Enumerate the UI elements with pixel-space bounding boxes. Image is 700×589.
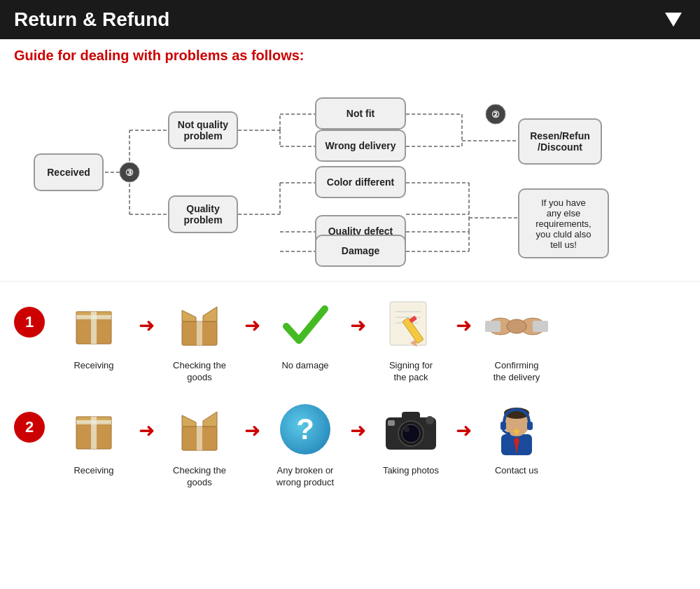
step-confirming: Confirming the delivery: [475, 293, 559, 384]
svg-rect-62: [197, 427, 202, 450]
step-receiving-1: Receiving: [52, 293, 136, 372]
arrow-icon: ➜: [136, 314, 158, 337]
svg-rect-38: [76, 315, 111, 319]
svg-marker-61: [203, 412, 217, 427]
arrow-icon: ➜: [453, 419, 475, 442]
box-closed-icon: [59, 293, 129, 356]
step-taking-photos: Taking photos: [369, 398, 453, 477]
svg-rect-75: [527, 422, 533, 430]
svg-point-69: [426, 416, 434, 424]
arrow-icon: ➜: [241, 314, 263, 337]
guide-title: Guide for dealing with problems as follo…: [14, 48, 686, 64]
guide-section: Guide for dealing with problems as follo…: [0, 39, 700, 274]
not-quality-box: Not quality problem: [168, 111, 238, 149]
damage-box: Damage: [315, 235, 406, 267]
step-receiving-2: Receiving: [52, 398, 136, 477]
svg-rect-58: [76, 420, 111, 424]
step-label: Any broken or wrong product: [276, 465, 334, 489]
process-row-1: 1 Receiving ➜: [14, 293, 686, 384]
down-arrow-icon: [661, 7, 686, 32]
svg-point-77: [506, 432, 510, 436]
process-steps-2: Receiving ➜ Checking the goods ➜: [52, 398, 686, 489]
arrow-icon: ➜: [453, 314, 475, 337]
svg-marker-40: [182, 310, 196, 321]
wrong-delivery-box: Wrong delivery: [315, 130, 406, 162]
header: Return & Refund: [0, 0, 700, 39]
process-steps-1: Receiving ➜ Checkin: [52, 293, 686, 384]
received-box: Received: [34, 153, 104, 191]
requirements-box: If you have any else requirements, you c…: [518, 188, 609, 258]
svg-rect-53: [533, 321, 548, 332]
pencil-sign-icon: [376, 293, 446, 356]
person-headset-icon: [482, 398, 552, 461]
step-label: Checking the goods: [173, 360, 226, 384]
svg-point-66: [404, 427, 410, 432]
handshake-icon: [482, 293, 552, 356]
box-closed-2-icon: [59, 398, 129, 461]
step-label: Confirming the delivery: [493, 360, 540, 384]
box-open-icon: [164, 293, 234, 356]
step-broken: ? Any broken or wrong product: [263, 398, 347, 489]
step-label: Taking photos: [383, 465, 439, 477]
page-title: Return & Refund: [14, 8, 169, 31]
step-contact: Contact us: [475, 398, 559, 477]
svg-rect-42: [197, 321, 202, 345]
checkmark-icon: [270, 293, 340, 356]
not-fit-box: Not fit: [315, 97, 406, 130]
svg-rect-68: [388, 420, 395, 426]
svg-text:②: ②: [491, 109, 500, 120]
arrow-icon: ➜: [347, 314, 369, 337]
camera-icon: [376, 398, 446, 461]
question-icon: ?: [270, 398, 340, 461]
resen-refund-box: Resen/Refun /Discount: [518, 118, 602, 165]
step-no-damage: No damage: [263, 293, 347, 372]
step-checking-2: Checking the goods: [158, 398, 241, 489]
svg-marker-60: [182, 415, 196, 427]
svg-marker-0: [665, 13, 682, 27]
process-section: 1 Receiving ➜: [0, 281, 700, 510]
step-label: Contact us: [495, 465, 538, 477]
question-mark: ?: [280, 404, 330, 455]
step-label: Checking the goods: [173, 465, 226, 489]
step-label: Receiving: [74, 360, 113, 372]
svg-marker-41: [203, 307, 217, 321]
color-different-box: Color different: [315, 166, 406, 198]
step-label: No damage: [281, 360, 328, 372]
step-checking-1: Checking the goods: [158, 293, 241, 384]
svg-point-65: [402, 424, 420, 443]
flowchart: ③ ② Received Not quality problem Quality…: [14, 71, 686, 274]
step-label: Receiving: [74, 465, 113, 477]
step-signing: Signing for the pack: [369, 293, 453, 384]
svg-text:③: ③: [125, 167, 134, 178]
arrow-icon: ➜: [136, 419, 158, 442]
step-2-badge: 2: [14, 412, 45, 443]
svg-rect-74: [500, 422, 506, 430]
process-row-2: 2 Receiving ➜: [14, 398, 686, 489]
quality-problem-box: Quality problem: [168, 195, 238, 233]
arrow-icon: ➜: [347, 419, 369, 442]
box-open-2-icon: [164, 398, 234, 461]
step-1-badge: 1: [14, 307, 45, 338]
svg-rect-67: [402, 412, 420, 420]
svg-rect-52: [485, 321, 500, 332]
arrow-icon: ➜: [241, 419, 263, 442]
svg-point-33: [486, 104, 505, 124]
svg-point-54: [507, 319, 526, 333]
step-label: Signing for the pack: [389, 360, 433, 384]
svg-point-31: [120, 162, 139, 182]
